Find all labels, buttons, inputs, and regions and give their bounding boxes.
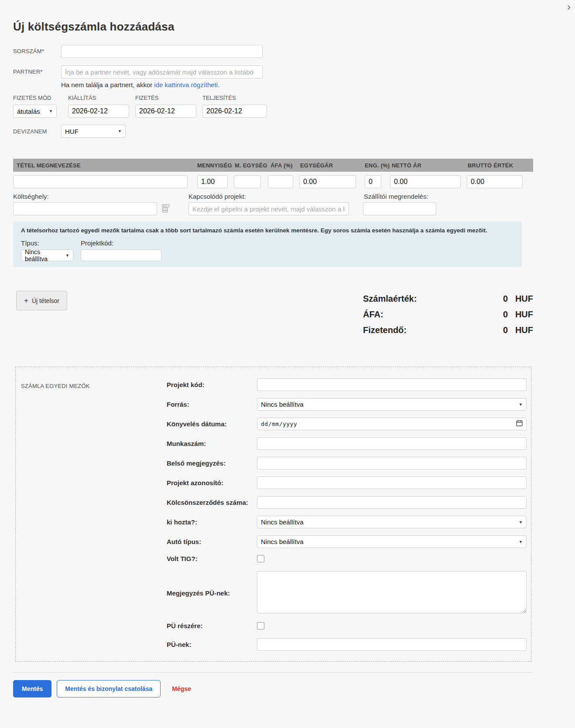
projekt-kod-input[interactable] (257, 378, 527, 391)
item-quantity-input[interactable] (197, 175, 228, 188)
auto-tipus-select[interactable]: Nincs beállítva ▼ (257, 535, 527, 548)
volt-tig-field-label: Volt TIG?: (167, 555, 257, 562)
collapse-panel-icon[interactable]: › (567, 2, 571, 12)
forras-field-label: Forrás: (167, 401, 257, 408)
item-extra-row: Költséghely: Kapcsolódó projekt: Szállít… (13, 193, 533, 218)
items-table-header: TÉTEL MEGNEVEZÉSE MENNYISÉG M. EGYSÉG ÁF… (13, 159, 533, 172)
col-header-quantity: MENNYISÉG (197, 162, 232, 169)
item-net-price-input[interactable] (390, 175, 461, 188)
item-gross-value-input[interactable] (467, 175, 523, 188)
chevron-down-icon: ▼ (118, 129, 122, 133)
payment-method-select[interactable]: átutalás ▼ (13, 105, 57, 118)
total-vat-value: 0 (482, 306, 508, 322)
col-header-vat: ÁFA (%) (270, 162, 293, 169)
col-header-net-price: NETTÓ ÁR (392, 162, 421, 169)
belso-megjegyzes-field-label: Belső megjegyzés: (167, 459, 257, 467)
currency-label: DEVIZANEM (13, 128, 61, 135)
save-and-attach-button[interactable]: Mentés és bizonylat csatolása (57, 680, 161, 697)
chevron-down-icon: ▼ (65, 253, 69, 258)
projektkod-label: Projektkód: (81, 239, 161, 247)
ki-hozta-select[interactable]: Nincs beállítva ▼ (257, 516, 527, 528)
line-custom-fields-infobox: A tételsorhoz tartozó egyedi mezők tarta… (13, 221, 522, 267)
calendar-icon[interactable] (516, 420, 523, 428)
related-project-input[interactable] (188, 202, 349, 215)
partner-help-text: Ha nem találja a partnert, akkor (61, 81, 152, 88)
cost-center-input[interactable] (13, 202, 157, 215)
total-invoice-value: 0 (482, 291, 508, 306)
total-invoice-value-row: Számlaérték: 0 HUF (363, 291, 533, 306)
fulfillment-date-label: TELJESÍTÉS (202, 95, 267, 101)
ki-hozta-value: Nincs beállítva (261, 518, 304, 526)
kolcsonszerzodes-field-label: Kölcsönszerződés száma: (167, 499, 257, 506)
cost-center-picker-icon[interactable] (162, 204, 170, 214)
total-vat-row: ÁFA: 0 HUF (363, 306, 533, 322)
tipus-col: Típus: Nincs beállítva ▼ (21, 239, 81, 261)
cost-center-label: Költséghely: (13, 193, 49, 200)
item-name-input[interactable] (13, 175, 188, 188)
megjegyzes-pu-nek-textarea[interactable] (257, 571, 527, 613)
items-table: TÉTEL MEGNEVEZÉSE MENNYISÉG M. EGYSÉG ÁF… (13, 159, 533, 267)
item-row (13, 172, 533, 190)
munkaszam-input[interactable] (257, 437, 527, 450)
page-inner: Új költségszámla hozzáadása SORSZÁM* PAR… (13, 20, 533, 697)
projekt-kod-field: Projekt kód: (167, 378, 527, 391)
total-vat-currency: HUF (508, 306, 533, 322)
add-cost-invoice-page: Új költségszámla hozzáadása SORSZÁM* PAR… (0, 20, 575, 697)
add-item-row-button[interactable]: + Új tételsor (16, 291, 67, 310)
plus-icon: + (24, 297, 28, 304)
custom-fields-section-label: SZÁMLA EGYEDI MEZŐK (21, 383, 90, 389)
tipus-select[interactable]: Nincs beállítva ▼ (21, 249, 73, 261)
pu-nek-field-label: PÜ-nek: (167, 641, 257, 648)
munkaszam-field-label: Munkaszám: (167, 440, 257, 447)
save-button[interactable]: Mentés (13, 680, 51, 697)
projektkod-input[interactable] (81, 249, 161, 261)
add-item-row-label: Új tételsor (32, 297, 59, 304)
forras-field: Forrás: Nincs beállítva ▼ (167, 398, 527, 411)
konyveles-datuma-date-input[interactable]: dd/mm/yyyy (257, 418, 527, 430)
mid-row: + Új tételsor Számlaérték: 0 HUF ÁFA: 0 … (13, 291, 533, 338)
payment-date-col: FIZETÉS (135, 95, 196, 118)
partner-col: Ha nem találja a partnert, akkoride katt… (61, 65, 263, 88)
pu-reszere-field: PÜ részére: (167, 622, 527, 629)
cancel-button[interactable]: Mégse (172, 685, 191, 692)
partner-help: Ha nem találja a partnert, akkoride katt… (61, 81, 263, 88)
chevron-down-icon: ▼ (519, 520, 523, 524)
invoice-custom-fields-box: SZÁMLA EGYEDI MEZŐK Projekt kód: Forrás:… (15, 367, 531, 662)
totals: Számlaérték: 0 HUF ÁFA: 0 HUF Fizetendő:… (363, 291, 533, 338)
total-payable-currency: HUF (508, 322, 533, 338)
forras-select[interactable]: Nincs beállítva ▼ (257, 398, 527, 411)
munkaszam-field: Munkaszám: (167, 437, 527, 450)
date-placeholder: dd/mm/yyyy (261, 421, 297, 427)
line-custom-fields-info-text: A tételsorhoz tartozó egyedi mezők tarta… (21, 227, 514, 234)
item-unit-input[interactable] (234, 175, 261, 188)
item-unit-price-input[interactable] (299, 175, 356, 188)
chevron-down-icon: ▼ (49, 109, 53, 113)
supplier-order-input[interactable] (363, 202, 436, 215)
volt-tig-checkbox[interactable] (257, 555, 264, 562)
payment-method-value: átutalás (17, 108, 40, 115)
auto-tipus-field: Autó típus: Nincs beállítva ▼ (167, 535, 527, 548)
total-invoice-value-label: Számlaérték: (363, 291, 482, 306)
kolcsonszerzodes-szama-input[interactable] (257, 496, 527, 509)
item-discount-input[interactable] (365, 175, 381, 188)
partner-input[interactable] (61, 65, 263, 78)
fulfillment-date-col: TELJESÍTÉS (202, 95, 267, 118)
payment-date-input[interactable] (135, 105, 196, 118)
item-vat-input[interactable] (268, 175, 293, 188)
currency-select[interactable]: HUF ▼ (61, 125, 126, 138)
issue-date-input[interactable] (68, 105, 129, 118)
invoice-header-form: SORSZÁM* PARTNER* Ha nem találja a partn… (13, 45, 533, 138)
serial-number-input[interactable] (61, 45, 263, 58)
pu-reszere-field-label: PÜ részére: (167, 622, 257, 629)
belso-megjegyzes-input[interactable] (257, 457, 527, 469)
pu-reszere-checkbox[interactable] (257, 622, 264, 629)
chevron-down-icon: ▼ (519, 540, 523, 544)
pu-nek-input[interactable] (257, 638, 527, 651)
register-partner-link[interactable]: ide kattintva rögzítheti. (154, 81, 219, 88)
forras-value: Nincs beállítva (261, 401, 304, 408)
fulfillment-date-input[interactable] (202, 105, 267, 118)
projekt-azonosito-input[interactable] (257, 476, 527, 489)
col-header-gross-value: BRUTTÓ ÉRTÉK (468, 162, 513, 169)
currency-value: HUF (65, 128, 79, 135)
auto-tipus-value: Nincs beállítva (261, 538, 304, 545)
